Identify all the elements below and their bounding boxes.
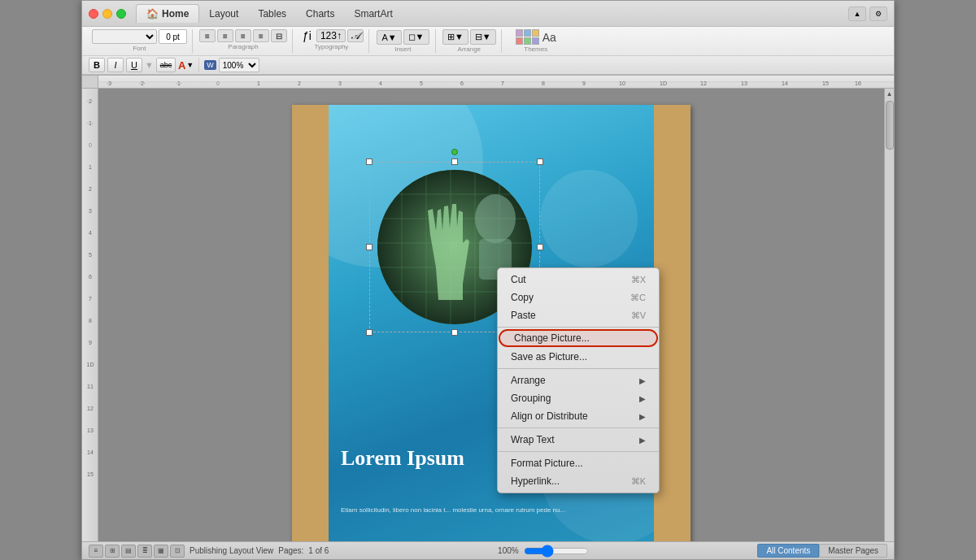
themes-aa-btn[interactable]: Aa — [542, 31, 556, 44]
align-center-btn[interactable]: ≡ — [217, 29, 233, 42]
tab-home[interactable]: 🏠 Home — [136, 4, 199, 23]
arrange2-btn[interactable]: ⊟▼ — [470, 29, 496, 45]
svg-text:12: 12 — [700, 80, 707, 86]
handle-t[interactable] — [451, 158, 458, 165]
paragraph-controls: ≡ ≡ ≡ ≡ ⊟ — [199, 29, 287, 42]
view-icon-4[interactable]: ≣ — [137, 545, 152, 558]
ctx-change-picture[interactable]: Change Picture... — [501, 330, 656, 346]
ctx-align[interactable]: Align or Distribute ▶ — [498, 407, 659, 425]
ruler-ticks: ·3· ·2· ·1· 0 1 2 3 4 5 6 7 8 9 10 1D 12… — [98, 76, 894, 88]
ctx-paste[interactable]: Paste ⌘V — [498, 306, 659, 324]
pages-label: Pages: — [278, 546, 303, 555]
font-size-input[interactable] — [159, 29, 187, 44]
svg-text:7: 7 — [89, 296, 92, 302]
strikethrough-button[interactable]: abc — [156, 58, 176, 72]
typography-controls: ƒi 123↑ 𝒜 — [299, 29, 364, 42]
tab-smartart[interactable]: SmartArt — [344, 5, 402, 23]
view-icon-2[interactable]: ⊞ — [105, 545, 120, 558]
themes-grid-btn[interactable] — [516, 29, 539, 45]
close-button[interactable] — [89, 9, 98, 19]
scroll-thumb[interactable] — [886, 101, 894, 150]
handle-l[interactable] — [366, 244, 373, 250]
tab-master-pages[interactable]: Master Pages — [819, 544, 887, 558]
justify-btn[interactable]: ≡ — [253, 29, 269, 42]
color-control: A ▼ — [178, 59, 194, 72]
view-icon-5[interactable]: ▦ — [154, 545, 168, 558]
watermark-control: W — [204, 60, 216, 70]
tab-layout[interactable]: Layout — [199, 5, 248, 23]
options-button[interactable]: ⚙ — [869, 7, 887, 21]
arrange-btn[interactable]: ⊞▼ — [442, 29, 468, 45]
underline-button[interactable]: U — [126, 58, 142, 72]
svg-text:4: 4 — [379, 80, 382, 86]
themes-controls: Aa — [516, 29, 556, 45]
maximize-button[interactable] — [116, 9, 126, 19]
view-tabs: All Contents Master Pages — [757, 544, 887, 558]
insert-text-btn[interactable]: A▼ — [377, 30, 401, 45]
minimize-button[interactable] — [102, 9, 112, 19]
align-left-btn[interactable]: ≡ — [199, 29, 216, 42]
ctx-sep3 — [498, 428, 659, 428]
view-icon-6[interactable]: ⊡ — [170, 545, 185, 558]
paragraph-group: ≡ ≡ ≡ ≡ ⊟ Paragraph — [194, 29, 293, 53]
bold-button[interactable]: B — [89, 58, 105, 72]
menubar: 🏠 Home Layout Tables Charts SmartArt ▲ — [82, 1, 894, 76]
zoom-select[interactable]: 100% — [219, 58, 259, 72]
ctx-save-as-picture[interactable]: Save as Picture... — [498, 348, 659, 366]
svg-text:13: 13 — [741, 80, 747, 86]
color-dropdown-btn[interactable]: ▼ — [186, 61, 194, 69]
ctx-format-picture-label: Format Picture... — [511, 458, 583, 469]
view-icon-1[interactable]: ≡ — [89, 545, 103, 558]
view-icon-3[interactable]: ▤ — [121, 545, 136, 558]
themes-group: Aa Themes — [503, 29, 569, 53]
zoom-label: 100% — [498, 546, 519, 555]
status-bar: ≡ ⊞ ▤ ≣ ▦ ⊡ Publishing Layout View Pages… — [82, 541, 894, 559]
ctx-wrap-text[interactable]: Wrap Text ▶ — [498, 431, 659, 449]
handle-r[interactable] — [537, 244, 543, 250]
fi-btn[interactable]: ƒi — [299, 29, 315, 42]
tab-all-contents[interactable]: All Contents — [757, 544, 819, 558]
svg-text:7: 7 — [501, 80, 504, 86]
svg-text:4: 4 — [89, 230, 92, 236]
tab-tables[interactable]: Tables — [248, 5, 296, 23]
svg-text:13: 13 — [87, 428, 94, 433]
handle-tl[interactable] — [366, 158, 373, 165]
ctx-hyperlink[interactable]: Hyperlink... ⌘K — [498, 472, 659, 490]
scroll-up-arrow[interactable]: ▲ — [887, 90, 893, 98]
columns-btn[interactable]: ⊟ — [271, 29, 287, 42]
svg-text:9: 9 — [89, 340, 92, 345]
handle-b[interactable] — [451, 329, 458, 336]
insert-shape-btn[interactable]: ◻▼ — [403, 29, 429, 45]
ctx-sep4 — [498, 451, 659, 452]
ctx-change-picture-label: Change Picture... — [514, 332, 590, 344]
handle-tr[interactable] — [537, 158, 543, 165]
ctx-arrange-arrow: ▶ — [639, 376, 646, 385]
scrollbar-vertical[interactable]: ▲ — [884, 89, 894, 541]
rotation-handle[interactable] — [451, 149, 458, 155]
typography-group: ƒi 123↑ 𝒜 Typography — [294, 29, 369, 53]
format-toolbar: B I U ▼ abc A ▼ W 100% — [82, 56, 894, 75]
ctx-format-picture[interactable]: Format Picture... — [498, 454, 659, 472]
cursive-btn[interactable]: 𝒜 — [347, 29, 364, 42]
ctx-grouping[interactable]: Grouping ▶ — [498, 389, 659, 407]
svg-text:12: 12 — [87, 406, 94, 411]
ctx-copy[interactable]: Copy ⌘C — [498, 289, 659, 306]
tab-charts[interactable]: Charts — [296, 5, 344, 23]
font-selector[interactable] — [92, 29, 157, 44]
handle-bl[interactable] — [366, 329, 373, 336]
zoom-slider[interactable] — [524, 547, 589, 555]
ctx-sep1 — [498, 327, 659, 328]
collapse-ribbon-button[interactable]: ▲ — [848, 7, 866, 21]
arrange-group-label: Arrange — [458, 46, 481, 53]
italic-button[interactable]: I — [107, 58, 124, 72]
ctx-cut[interactable]: Cut ⌘X — [498, 271, 659, 289]
ctx-arrange[interactable]: Arrange ▶ — [498, 371, 659, 389]
arrange-controls: ⊞▼ ⊟▼ — [442, 29, 496, 45]
svg-text:·3·: ·3· — [107, 80, 113, 86]
doc-sidebar-left — [292, 105, 329, 541]
context-menu: Cut ⌘X Copy ⌘C Paste ⌘V Ch — [497, 267, 660, 493]
ligatures-btn[interactable]: 123↑ — [316, 29, 346, 42]
svg-text:5: 5 — [89, 252, 92, 258]
ctx-sep2 — [498, 368, 659, 369]
align-right-btn[interactable]: ≡ — [235, 29, 251, 42]
